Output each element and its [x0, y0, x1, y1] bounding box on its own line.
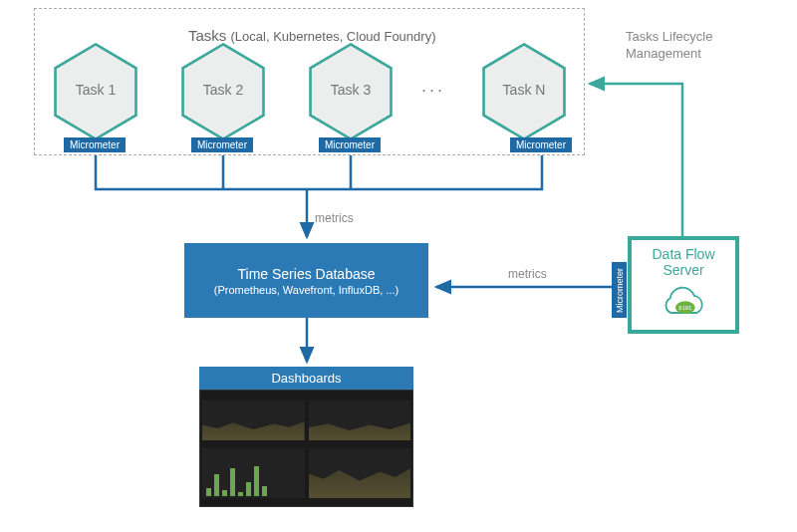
task-hex-2: Task 2: [179, 42, 267, 141]
task-label: Task 2: [179, 82, 267, 98]
task-hex-n: Task N: [480, 42, 568, 141]
svg-text:0101: 0101: [678, 305, 691, 311]
data-flow-server: Data Flow Server 0101: [628, 236, 739, 334]
dfs-line1: Data Flow: [632, 246, 735, 262]
lifecycle-label: Tasks Lifecycle Management: [626, 29, 712, 63]
task-label: Task 3: [307, 82, 395, 98]
dashboards-block: Dashboards: [199, 367, 413, 507]
time-series-database: Time Series Database (Prometheus, Wavefr…: [184, 243, 428, 318]
micrometer-badge: Micrometer: [64, 137, 126, 152]
tsdb-title: Time Series Database: [184, 266, 428, 282]
dfs-micrometer-badge: Micrometer: [612, 262, 627, 318]
task-label: Task 1: [52, 82, 139, 98]
spring-cloud-icon: 0101: [657, 286, 710, 322]
task-hex-1: Task 1: [52, 42, 139, 141]
micrometer-badge: Micrometer: [510, 137, 572, 152]
dfs-line2: Server: [632, 262, 735, 278]
metrics-label-dfs: metrics: [508, 267, 547, 281]
dashboards-screenshot-icon: [199, 390, 413, 507]
micrometer-badge: Micrometer: [319, 137, 381, 152]
metrics-label-tasks: metrics: [315, 211, 354, 225]
task-ellipsis: ···: [421, 80, 445, 101]
tsdb-subtitle: (Prometheus, Wavefront, InfluxDB, ...): [184, 284, 428, 296]
dashboards-title: Dashboards: [199, 367, 413, 390]
lifecycle-line1: Tasks Lifecycle: [626, 29, 712, 46]
micrometer-badge: Micrometer: [191, 137, 253, 152]
lifecycle-line2: Management: [626, 46, 712, 63]
task-hex-3: Task 3: [307, 42, 395, 141]
task-label: Task N: [480, 82, 568, 98]
